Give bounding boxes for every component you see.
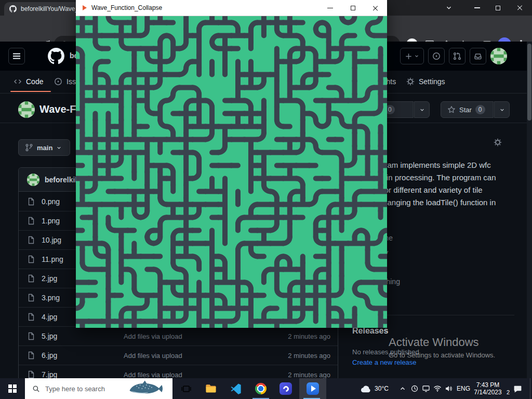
clock-time: 7:43 PM xyxy=(476,381,500,389)
star-icon xyxy=(447,105,456,114)
search-icon xyxy=(32,385,40,393)
screen: beforelkillYou/Wave_Function_Collapse ← … xyxy=(0,0,532,399)
file-name[interactable]: 10.jpg xyxy=(42,236,61,244)
file-icon xyxy=(27,197,35,206)
taskbar-clock[interactable]: 7:43 PM 7/14/2023 xyxy=(472,378,504,399)
weather-widget[interactable]: 30°C xyxy=(356,378,393,399)
file-icon xyxy=(27,370,35,378)
file-commit-message[interactable]: Add files via upload xyxy=(124,332,182,340)
file-name[interactable]: 2.jpg xyxy=(42,274,57,283)
app-maximize-button[interactable] xyxy=(341,0,364,16)
file-commit-time: 2 minutes ago xyxy=(288,332,330,340)
file-icon xyxy=(27,294,35,302)
file-icon xyxy=(27,236,35,244)
language-indicator[interactable]: ENG xyxy=(456,378,471,399)
file-name[interactable]: 7.jpg xyxy=(42,370,57,378)
about-gear-icon[interactable] xyxy=(494,138,502,147)
issues-icon-button[interactable] xyxy=(428,48,445,64)
file-explorer-icon[interactable] xyxy=(198,378,223,399)
tray-display-icon[interactable] xyxy=(421,378,431,399)
file-name[interactable]: 1.png xyxy=(42,217,60,225)
notification-center-button[interactable]: 2 xyxy=(511,378,524,399)
file-icon xyxy=(27,274,35,283)
notification-bubble-icon xyxy=(513,384,522,393)
vscode-icon[interactable] xyxy=(223,378,248,399)
app-icon xyxy=(83,5,87,10)
file-icon xyxy=(27,217,35,225)
taskbar: 30°C ENG 7:43 PM 7/14/2023 2 xyxy=(0,378,532,399)
star-count: 0 xyxy=(475,105,485,114)
task-view-button[interactable] xyxy=(174,378,198,399)
active-sketch-icon[interactable] xyxy=(299,378,326,399)
file-name[interactable]: 0.png xyxy=(42,197,60,206)
file-name[interactable]: 11.png xyxy=(42,255,63,263)
file-icon xyxy=(27,351,35,360)
file-row: 7.jpg Add files via upload 2 minutes ago xyxy=(19,365,338,378)
scrollbar-thumb[interactable] xyxy=(527,44,531,121)
file-row: 6.jpg Add files via upload 2 minutes ago xyxy=(19,345,338,365)
cloud-icon xyxy=(361,385,371,393)
whale-shark-image[interactable] xyxy=(126,380,170,397)
browser-maximize-button[interactable] xyxy=(487,0,508,16)
create-release-link[interactable]: Create a new release xyxy=(352,358,417,366)
file-name[interactable]: 3.png xyxy=(42,294,60,302)
user-avatar[interactable] xyxy=(490,48,507,64)
star-dropdown-button[interactable] xyxy=(494,101,510,118)
tray-wifi-icon[interactable] xyxy=(433,378,442,399)
tray-clock-icon[interactable] xyxy=(410,378,419,399)
file-name[interactable]: 4.jpg xyxy=(42,313,57,321)
taskbar-search[interactable] xyxy=(25,378,172,399)
app-close-button[interactable] xyxy=(364,0,387,16)
file-name[interactable]: 5.jpg xyxy=(42,332,57,340)
file-commit-time: 2 minutes ago xyxy=(288,352,330,360)
file-icon xyxy=(27,313,35,321)
chrome-icon[interactable] xyxy=(248,378,273,399)
show-desktop-button[interactable] xyxy=(530,378,532,399)
file-commit-message[interactable]: Add files via upload xyxy=(124,352,182,360)
search-input[interactable] xyxy=(45,385,123,393)
inbox-icon-button[interactable] xyxy=(470,48,486,64)
github-logo[interactable] xyxy=(48,48,64,64)
activate-windows-subtext: Go to Settings to activate Windows. xyxy=(389,351,495,359)
fork-dropdown-button[interactable] xyxy=(414,101,430,118)
repo-owner-avatar xyxy=(18,101,35,118)
active-tab-underline xyxy=(10,91,51,92)
browser-close-button[interactable] xyxy=(508,0,532,16)
tab-search-button[interactable] xyxy=(441,0,457,16)
processing-icon[interactable] xyxy=(273,378,298,399)
activate-windows-watermark: Activate Windows xyxy=(389,336,479,349)
app-window-title: Wave_Function_Collapse xyxy=(91,4,162,11)
notification-count: 2 xyxy=(507,389,510,395)
app-titlebar[interactable]: Wave_Function_Collapse xyxy=(76,0,387,16)
browser-minimize-button[interactable] xyxy=(467,0,487,16)
file-icon xyxy=(27,255,35,263)
wfc-canvas xyxy=(76,16,387,328)
hamburger-menu-button[interactable] xyxy=(8,48,25,64)
file-name[interactable]: 6.jpg xyxy=(42,351,57,360)
create-new-button[interactable] xyxy=(400,48,424,64)
app-minimize-button[interactable] xyxy=(318,0,341,16)
tab-settings[interactable]: Settings xyxy=(406,71,445,92)
star-button[interactable]: Star 0 xyxy=(441,101,494,118)
temperature: 30°C xyxy=(375,385,389,392)
app-window: Wave_Function_Collapse xyxy=(76,0,387,328)
clock-date: 7/14/2023 xyxy=(474,389,501,396)
file-commit-message[interactable]: Add files via upload xyxy=(124,371,182,379)
file-icon xyxy=(27,332,35,340)
branch-icon xyxy=(25,143,33,152)
windows-logo-icon xyxy=(8,384,17,393)
branch-selector[interactable]: main xyxy=(18,139,70,156)
commit-author-avatar[interactable] xyxy=(27,174,39,186)
chevron-down-icon xyxy=(56,145,62,151)
github-favicon xyxy=(9,5,17,12)
pull-requests-icon-button[interactable] xyxy=(449,48,466,64)
start-button[interactable] xyxy=(0,378,25,399)
tab-code[interactable]: Code xyxy=(14,71,43,92)
page-scrollbar[interactable] xyxy=(527,42,532,378)
tray-expand-icon[interactable] xyxy=(398,378,407,399)
file-commit-time: 2 minutes ago xyxy=(288,371,330,379)
tray-volume-icon[interactable] xyxy=(444,378,454,399)
